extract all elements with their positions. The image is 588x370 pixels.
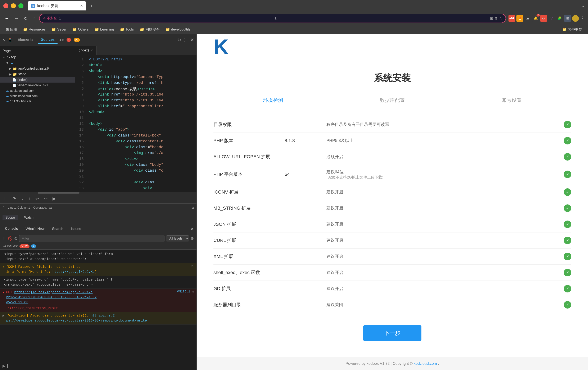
traffic-light-red[interactable] — [3, 3, 8, 8]
bookmark-resources[interactable]: 📁 Resources — [21, 27, 48, 33]
extension1-icon[interactable]: 🔥 — [516, 15, 523, 22]
tree-item-app-controller[interactable]: ▶ 📁 app/controller/install/ — [0, 66, 75, 71]
msg5-arrow-icon[interactable]: ▶ — [2, 314, 5, 318]
next-button[interactable]: 下一步 — [363, 325, 421, 341]
bookmark-apps[interactable]: ⊞ 应用 — [3, 26, 20, 33]
devtools-close-btn[interactable]: ✕ — [190, 37, 194, 43]
debug-step-out-btn[interactable]: ↑ — [27, 195, 31, 202]
extension7-icon[interactable]: ⊞ — [564, 15, 571, 22]
devtools-tab-elements[interactable]: Elements — [15, 36, 36, 44]
console-tab-search[interactable]: Search — [50, 226, 66, 232]
check-req-dir: 程序目录及所有子目录需要可读写 — [326, 122, 559, 127]
forward-button[interactable]: → — [13, 14, 20, 22]
footer-link[interactable]: kodcloud.com — [414, 361, 437, 366]
bookmark-star-icon[interactable]: ☆ — [499, 16, 502, 21]
back-button[interactable]: ← — [3, 14, 10, 22]
msg2-link[interactable]: https://goo.gl/9p2vKq — [52, 270, 94, 274]
bookmarks-bar: ⊞ 应用 📁 Resources 📁 Sever 📁 Others 📁 Lear… — [0, 25, 588, 34]
console-tab-whatsnew[interactable]: What's New — [23, 226, 47, 232]
console-tab-issues[interactable]: Issues — [68, 226, 84, 232]
extension6-icon[interactable]: 🧩 — [556, 15, 563, 22]
new-tab-button[interactable]: + — [88, 2, 95, 10]
tree-more-icon[interactable]: ⋯ — [38, 49, 73, 53]
step-3[interactable]: 账号设置 — [452, 93, 571, 108]
tree-label-index: (index) — [17, 78, 28, 82]
bookmark-others[interactable]: 📁 Others — [70, 27, 91, 33]
console-filter-icon[interactable]: ⊘ — [14, 236, 17, 241]
other-bookmarks[interactable]: 📁 其他书签 — [560, 26, 585, 33]
msg5-link-htt[interactable]: htt — [91, 314, 97, 318]
tree-item-api-cloud[interactable]: ☁ api.kodcloud.com — [0, 88, 75, 93]
msg4-expand-icon[interactable]: ⊞ — [192, 290, 194, 305]
active-tab[interactable]: k kodbox-安装 ✕ — [28, 1, 86, 10]
console-pause-icon[interactable]: ⏸ — [2, 236, 6, 240]
debug-step-btn[interactable]: ↩ — [34, 195, 40, 202]
tree-item-index[interactable]: 📄 (index) — [0, 77, 75, 83]
devtools-device-icon[interactable]: 📱 — [8, 37, 13, 42]
devtools-more-tabs-icon[interactable]: >> — [59, 38, 64, 42]
console-settings-icon[interactable]: ⚙ — [191, 236, 194, 241]
home-button[interactable]: ⌂ — [32, 14, 37, 22]
msg4-link[interactable]: https://jic.talkingdata.com/app/h5/v1?ap… — [6, 290, 97, 304]
address-bar[interactable]: ⚠ 不安全 1 1 ⊞ ⬆ ☆ — [39, 14, 506, 23]
coverage-expand-icon[interactable]: ⊡ — [191, 206, 194, 209]
debug-edit-btn[interactable]: ✏ — [43, 195, 48, 202]
traffic-light-green[interactable] — [18, 3, 23, 8]
console-level-select[interactable]: All levels Verbose Info Warnings Errors — [166, 235, 189, 241]
tree-item-user[interactable]: 📄 ?user/view/call&_t=1 — [0, 83, 75, 88]
check-name-xml: XML 扩展 — [213, 253, 284, 260]
check-ok-xml: ✓ — [564, 253, 571, 260]
devtools-tab-sources[interactable]: Sources — [38, 36, 58, 44]
debug-pause-btn[interactable]: ⏸ — [2, 195, 8, 202]
tree-item-static[interactable]: ▶ 📁 static — [0, 71, 75, 77]
console-tab-console[interactable]: Console — [2, 226, 21, 232]
check-value-php: 8.1.8 — [284, 138, 326, 143]
debug-step-into-btn[interactable]: ↓ — [20, 195, 24, 202]
share-icon[interactable]: ⬆ — [494, 16, 498, 21]
console-filter-input[interactable] — [19, 235, 165, 242]
devtools-pointer-icon[interactable]: ↖ — [2, 37, 6, 42]
tree-item-static-cloud[interactable]: ☁ static.kodcloud.com — [0, 93, 75, 99]
profile-avatar[interactable] — [572, 15, 579, 22]
editor-tab-close-icon[interactable]: ✕ — [91, 49, 93, 52]
check-req-platform: 建议64位 (32位不支持2G以上文件上传下载) — [326, 169, 559, 180]
bookmark-learning[interactable]: 📁 Learning — [92, 27, 116, 33]
check-status-iconv: ✓ — [559, 188, 571, 196]
tree-label-top: top — [11, 55, 16, 59]
step-1[interactable]: 环境检测 — [213, 93, 333, 108]
extension4-icon[interactable]: 🛡 — [540, 15, 547, 22]
debug-continue-btn[interactable]: ▶ — [52, 195, 56, 202]
console-close-btn[interactable]: ✕ — [190, 226, 194, 231]
extension2-icon[interactable]: ☁ — [524, 15, 531, 22]
browser-window: k kodbox-安装 ✕ + ⌄ ← → ↻ ⌂ ⚠ 不安全 1 1 ⊞ ⬆ … — [0, 0, 588, 370]
more-options-icon[interactable]: ⋮ — [580, 16, 585, 21]
tab-close-icon[interactable]: ✕ — [80, 4, 83, 8]
scope-button[interactable]: Scope — [2, 215, 18, 220]
tree-item-top[interactable]: ▼ 🗂 top — [0, 54, 75, 60]
devtools-overflow-icon[interactable]: ⋮ — [183, 37, 187, 42]
msg5-link-api[interactable]: api.js:2 — [99, 314, 115, 318]
abp-icon[interactable]: ABP — [508, 15, 515, 22]
traffic-light-yellow[interactable] — [11, 3, 16, 8]
devtools-settings-btn[interactable]: ⚙ — [177, 37, 181, 42]
reload-button[interactable]: ↻ — [23, 14, 29, 22]
tab-expand-icon[interactable]: ⌄ — [581, 3, 585, 8]
check-status-php: ✓ — [559, 137, 571, 144]
translate-icon[interactable]: ⊞ — [490, 16, 493, 21]
console-clear-icon[interactable]: 🚫 — [8, 236, 12, 241]
bookmark-tools[interactable]: 📁 Tools — [117, 27, 136, 33]
bookmark-resources-label: Resources — [29, 27, 46, 31]
step-2[interactable]: 数据库配置 — [333, 93, 452, 108]
editor-tab-index[interactable]: (index) ✕ — [75, 46, 97, 55]
tree-item-cloud[interactable]: ▼ ☁ — [0, 60, 75, 66]
watch-button[interactable]: Watch — [21, 215, 36, 220]
extension3-icon[interactable]: 🔔 2 — [532, 15, 539, 22]
msg5-url[interactable]: ps://developers.google.com/web/updates/2… — [6, 319, 147, 322]
extension5-icon[interactable]: V — [548, 15, 555, 22]
code-line-6: 6 <title>kodbox-安装</title> — [75, 86, 197, 92]
bookmark-develop-utils[interactable]: 📁 developUtils — [163, 27, 193, 33]
bookmark-sever[interactable]: 📁 Sever — [49, 27, 69, 33]
bookmark-network-security[interactable]: 📁 网络安全 — [137, 26, 162, 33]
tree-item-ip[interactable]: ☁ 101.35.164.21/ — [0, 99, 75, 104]
debug-step-over-btn[interactable]: ↷ — [12, 195, 17, 202]
